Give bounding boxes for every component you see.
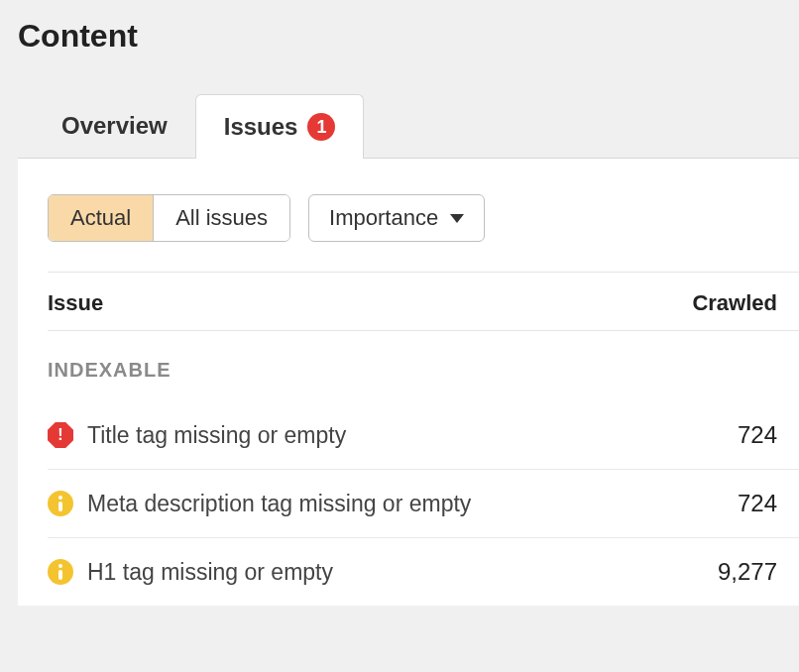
table-header-row: Issue Crawled <box>48 272 799 331</box>
error-icon: ! <box>48 422 73 448</box>
filter-controls: Actual All issues Importance <box>48 194 799 242</box>
tab-overview[interactable]: Overview <box>34 94 195 158</box>
tabs: Overview Issues 1 <box>18 94 799 159</box>
caret-down-icon <box>450 214 464 223</box>
sort-dropdown-label: Importance <box>329 205 438 231</box>
issue-label: Title tag missing or empty <box>87 422 738 449</box>
issue-crawled: 724 <box>738 421 777 449</box>
table-row[interactable]: Meta description tag missing or empty 72… <box>48 470 799 538</box>
view-segment: Actual All issues <box>48 194 290 242</box>
tab-issues-label: Issues <box>224 113 298 141</box>
column-issue: Issue <box>48 290 103 316</box>
column-crawled: Crawled <box>692 290 777 316</box>
tab-issues-badge: 1 <box>307 113 335 141</box>
segment-all-issues[interactable]: All issues <box>153 195 289 241</box>
info-icon <box>48 491 73 516</box>
issue-label: H1 tag missing or empty <box>87 559 718 586</box>
table-row[interactable]: H1 tag missing or empty 9,277 <box>48 538 799 606</box>
table-row[interactable]: ! Title tag missing or empty 724 <box>48 401 799 470</box>
issue-crawled: 724 <box>738 490 777 517</box>
info-icon <box>48 559 73 585</box>
group-indexable: Indexable <box>48 331 799 401</box>
sort-dropdown[interactable]: Importance <box>308 194 485 242</box>
tab-issues[interactable]: Issues 1 <box>195 94 365 159</box>
issue-label: Meta description tag missing or empty <box>87 491 738 517</box>
issue-crawled: 9,277 <box>718 558 777 586</box>
tab-overview-label: Overview <box>61 112 168 140</box>
page-title: Content <box>18 18 799 55</box>
segment-actual[interactable]: Actual <box>49 195 153 241</box>
issues-panel: Actual All issues Importance Issue Crawl… <box>18 159 799 606</box>
